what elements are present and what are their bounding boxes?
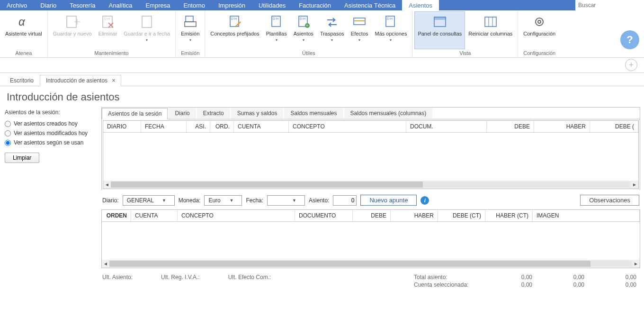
ribbon-label: Eliminar: [98, 31, 117, 37]
itab-diario[interactable]: Diario: [169, 108, 196, 119]
grid2-body[interactable]: [102, 222, 640, 260]
observaciones-button[interactable]: Observaciones: [580, 195, 639, 206]
tab-introduccion-asientos[interactable]: Introducción de asientos ×: [40, 75, 121, 86]
scroll-thumb[interactable]: [111, 181, 423, 188]
menu-empresa[interactable]: Empresa: [139, 0, 177, 10]
col-documento[interactable]: DOCUMENTO: [295, 210, 353, 221]
chevron-down-icon[interactable]: ▼: [156, 198, 172, 203]
radio-input[interactable]: [5, 121, 11, 127]
col-ord[interactable]: ORD.: [210, 121, 234, 132]
col-haber2[interactable]: HABER: [391, 210, 438, 221]
reiniciar-columnas-button[interactable]: Reiniciar columnas: [465, 11, 516, 49]
col-concepto2[interactable]: CONCEPTO: [178, 210, 295, 221]
chevron-down-icon[interactable]: ▼: [223, 198, 240, 203]
col-cuenta2[interactable]: CUENTA: [131, 210, 178, 221]
menu-tesoreria[interactable]: Tesorería: [63, 0, 102, 10]
emision-button[interactable]: Emisión ▾: [178, 11, 203, 49]
itab-saldos-col[interactable]: Saldos mensuales (columnas): [344, 108, 433, 119]
quick-add-row: +: [0, 58, 644, 73]
itab-sumas[interactable]: Sumas y saldos: [231, 108, 284, 119]
guardar-nuevo-button[interactable]: Guardar y nuevo: [50, 11, 95, 49]
ult-asiento-label: Ult. Asiento:: [102, 274, 133, 288]
chevron-down-icon[interactable]: ▼: [286, 198, 303, 203]
col-diario[interactable]: DIARIO: [103, 121, 141, 132]
help-button[interactable]: ?: [620, 30, 639, 49]
asiento-input[interactable]: [333, 195, 357, 206]
col-cuenta[interactable]: CUENTA: [234, 121, 289, 132]
sidebar-title: Asientos de la sesión:: [5, 109, 95, 116]
chevron-down-icon: ▾: [146, 37, 148, 43]
mas-opciones-button[interactable]: D H Más opciones ▾: [372, 11, 411, 49]
col-haber-ct[interactable]: HABER (CT): [485, 210, 533, 221]
itab-saldos-mens[interactable]: Saldos mensuales: [284, 108, 343, 119]
total-asiento-label: Total asiento:: [414, 274, 480, 281]
col-asi[interactable]: ASI.: [187, 121, 210, 132]
menu-impresion[interactable]: Impresión: [212, 0, 252, 10]
scroll-right-icon[interactable]: ►: [631, 182, 638, 187]
scroll-track[interactable]: [111, 181, 631, 188]
menu-facturacion[interactable]: Facturación: [292, 0, 338, 10]
efectos-button[interactable]: Efectos ▾: [348, 11, 372, 49]
plantillas-button[interactable]: D H Plantillas ▾: [263, 11, 290, 49]
col-debe2[interactable]: DEBE (: [590, 121, 638, 132]
itab-sesion[interactable]: Asientos de la sesión: [102, 108, 168, 119]
conceptos-prefijados-button[interactable]: D H Conceptos prefijados: [207, 11, 262, 49]
scroll-track[interactable]: [109, 261, 632, 267]
menu-utilidades[interactable]: Utilidades: [252, 0, 292, 10]
eliminar-button[interactable]: D H Eliminar: [95, 11, 121, 49]
h-scrollbar[interactable]: ◄ ►: [103, 181, 638, 189]
col-imagen[interactable]: IMAGEN: [533, 210, 640, 221]
radio-input[interactable]: [5, 140, 11, 146]
col-haber[interactable]: HABER: [534, 121, 590, 132]
question-icon: ?: [626, 34, 633, 46]
radio-modificados-hoy[interactable]: Ver asientos modificados hoy: [5, 130, 95, 136]
tab-escritorio[interactable]: Escritorio: [4, 75, 40, 86]
diario-select[interactable]: GENERAL ▼: [123, 195, 175, 206]
grid-body[interactable]: [103, 133, 638, 181]
menu-asistencia[interactable]: Asistencia Técnica: [338, 0, 402, 10]
radio-creados-hoy[interactable]: Ver asientos creados hoy: [5, 120, 95, 127]
nuevo-apunte-button[interactable]: Nuevo apunte: [360, 195, 417, 206]
scroll-thumb[interactable]: [109, 261, 590, 267]
col-concepto[interactable]: CONCEPTO: [289, 121, 406, 132]
col-debe[interactable]: DEBE: [487, 121, 534, 132]
col-orden[interactable]: ORDEN: [102, 210, 131, 221]
asientos-util-button[interactable]: D H+ Asientos ▾: [290, 11, 317, 49]
traspasos-button[interactable]: Traspasos ▾: [317, 11, 348, 49]
configuracion-button[interactable]: Configuración: [520, 11, 559, 49]
menu-diario[interactable]: Diario: [34, 0, 63, 10]
scroll-left-icon[interactable]: ◄: [102, 261, 109, 266]
scroll-left-icon[interactable]: ◄: [103, 182, 111, 187]
col-fecha[interactable]: FECHA: [141, 121, 187, 132]
entry-form-row: Diario: GENERAL ▼ Moneda: Euro ▼ Fecha: …: [101, 190, 640, 209]
panel-consultas-button[interactable]: Panel de consultas: [414, 11, 465, 49]
limpiar-button[interactable]: Limpiar: [5, 153, 39, 163]
menu-entorno[interactable]: Entorno: [177, 0, 212, 10]
radio-label: Ver asientos modificados hoy: [14, 130, 88, 136]
ribbon-label: Plantillas: [266, 31, 287, 37]
radio-segun-se-usan[interactable]: Ver asientos según se usan: [5, 139, 95, 146]
moneda-select[interactable]: Euro ▼: [204, 195, 242, 206]
info-icon[interactable]: i: [420, 196, 429, 205]
fecha-label: Fecha:: [246, 197, 263, 204]
h-scrollbar-2[interactable]: ◄ ►: [102, 260, 640, 268]
delete-icon: D H: [99, 14, 116, 30]
menu-asientos[interactable]: Asientos: [402, 0, 439, 10]
search-input[interactable]: [575, 0, 644, 10]
add-button[interactable]: +: [625, 59, 637, 71]
scroll-right-icon[interactable]: ►: [632, 261, 640, 266]
itab-extracto[interactable]: Extracto: [197, 108, 230, 119]
columns-icon: [483, 14, 499, 30]
template-icon: D H: [268, 14, 285, 30]
radio-input[interactable]: [5, 130, 11, 136]
asistente-virtual-button[interactable]: α Asistente virtual: [2, 11, 45, 49]
guardar-ir-fecha-button[interactable]: Guardar e ir a fecha ▾: [120, 11, 173, 49]
menu-archivo[interactable]: Archivo: [0, 0, 34, 10]
fecha-select[interactable]: ▼: [267, 195, 305, 206]
menu-analitica[interactable]: Analítica: [102, 0, 139, 10]
close-icon[interactable]: ×: [112, 77, 115, 84]
col-debe3[interactable]: DEBE: [353, 210, 391, 221]
col-docum[interactable]: DOCUM.: [406, 121, 487, 132]
cuenta-sel-label: Cuenta seleccionada:: [414, 281, 480, 288]
col-debe-ct[interactable]: DEBE (CT): [438, 210, 485, 221]
